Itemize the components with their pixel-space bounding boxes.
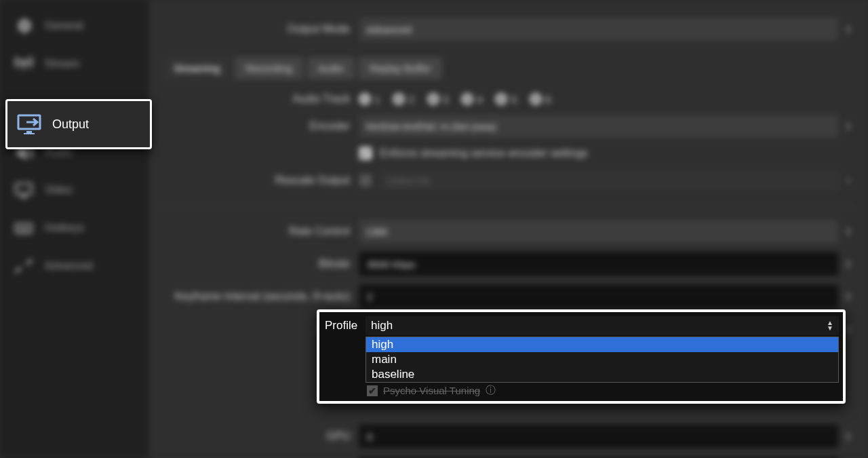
- sidebar-item-label: Video: [45, 184, 73, 196]
- chevron-down-icon[interactable]: ▼: [842, 178, 854, 183]
- gpu-label: GPU: [163, 430, 359, 442]
- sidebar-item-label: Hotkeys: [45, 222, 84, 234]
- rate-control-label: Rate Control: [163, 225, 359, 237]
- rescale-select[interactable]: 1280x720: [378, 169, 838, 192]
- audio-track-6[interactable]: 6: [530, 94, 551, 105]
- svg-rect-5: [24, 133, 35, 134]
- encoder-select[interactable]: NVIDIA NVENC H.264 (new): [359, 115, 838, 138]
- audio-track-5[interactable]: 5: [496, 94, 516, 105]
- gear-icon: [12, 16, 35, 35]
- bitrate-label: Bitrate: [163, 258, 359, 270]
- stepper-icon[interactable]: ▲▼: [842, 259, 854, 269]
- stepper-icon[interactable]: ▲▼: [842, 432, 854, 441]
- audio-track-3[interactable]: 3: [428, 94, 448, 105]
- svg-rect-1: [16, 184, 31, 194]
- tab-recording[interactable]: Recording: [235, 57, 302, 79]
- keyboard-icon: [12, 218, 35, 237]
- audio-track-1[interactable]: 1: [359, 94, 380, 105]
- tab-audio[interactable]: Audio: [307, 57, 355, 79]
- sidebar-item-label: Output: [52, 117, 89, 132]
- stepper-icon[interactable]: ▲▼: [842, 227, 854, 236]
- tools-icon: [12, 256, 35, 275]
- svg-rect-4: [26, 131, 32, 133]
- rate-control-select[interactable]: CBR: [359, 220, 838, 243]
- output-mode-select[interactable]: Advanced: [359, 18, 838, 41]
- audio-track-radios: 1 2 3 4 5 6: [359, 94, 854, 105]
- broadcast-icon: [12, 54, 35, 73]
- monitor-icon: [12, 180, 35, 199]
- audio-track-label: Audio Track: [163, 93, 359, 105]
- profile-option-baseline[interactable]: baseline: [366, 367, 838, 382]
- svg-point-0: [22, 60, 26, 64]
- profile-select[interactable]: high ▲▼: [366, 316, 839, 335]
- enforce-checkbox[interactable]: ✔: [359, 147, 372, 159]
- sidebar-item-video[interactable]: Video: [0, 171, 149, 209]
- stepper-icon: ▲▼: [827, 320, 833, 331]
- keyframe-label: Keyframe Interval (seconds, 0=auto): [163, 290, 359, 303]
- keyframe-input[interactable]: 2: [359, 285, 838, 308]
- tab-replay-buffer[interactable]: Replay Buffer: [359, 57, 442, 79]
- sidebar-item-output[interactable]: Output: [5, 99, 152, 149]
- rescale-label: Rescale Output: [163, 174, 359, 187]
- sidebar-item-label: Advanced: [45, 260, 93, 272]
- tab-streaming[interactable]: Streaming: [163, 57, 231, 79]
- rescale-checkbox[interactable]: [359, 174, 372, 187]
- psycho-checkbox[interactable]: ✔: [367, 385, 378, 396]
- info-icon: ⓘ: [486, 384, 496, 397]
- audio-track-4[interactable]: 4: [462, 94, 482, 105]
- enforce-label: Enforce streaming service encoder settin…: [380, 147, 588, 159]
- stepper-icon[interactable]: ▲▼: [842, 24, 854, 34]
- settings-sidebar: General Stream Audio Video Hotkeys: [0, 0, 149, 458]
- output-mode-label: Output Mode: [163, 23, 359, 35]
- sidebar-item-stream[interactable]: Stream: [0, 45, 149, 83]
- gpu-input[interactable]: 0: [359, 425, 838, 448]
- sidebar-item-label: Stream: [45, 58, 80, 70]
- profile-option-main[interactable]: main: [366, 352, 838, 367]
- sidebar-item-label: General: [45, 20, 83, 32]
- profile-option-high[interactable]: high: [366, 337, 838, 352]
- output-tabs: Streaming Recording Audio Replay Buffer: [163, 57, 854, 79]
- sidebar-item-hotkeys[interactable]: Hotkeys: [0, 209, 149, 247]
- bitrate-input[interactable]: 3500 Kbps: [359, 252, 838, 275]
- sidebar-item-general[interactable]: General: [0, 7, 149, 45]
- audio-track-2[interactable]: 2: [393, 94, 414, 105]
- stepper-icon[interactable]: ▲▼: [842, 121, 854, 131]
- stepper-icon[interactable]: ▲▼: [842, 292, 854, 301]
- profile-label: Profile: [323, 319, 366, 332]
- profile-options-list: high main baseline: [366, 337, 839, 383]
- encoder-label: Encoder: [163, 120, 359, 132]
- output-icon: [17, 113, 44, 135]
- profile-dropdown-popup: Profile high ▲▼ high main baseline ✔ Psy…: [317, 309, 846, 404]
- sidebar-item-advanced[interactable]: Advanced: [0, 247, 149, 285]
- svg-rect-2: [16, 224, 31, 233]
- psycho-tuning-row: ✔ Psycho Visual Tuning ⓘ: [366, 383, 839, 397]
